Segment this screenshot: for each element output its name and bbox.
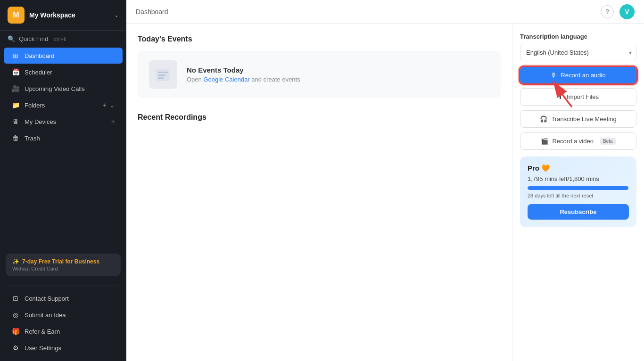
quick-find[interactable]: 🔍 Quick Find ctrl+k xyxy=(0,31,126,47)
no-events-title: No Events Today xyxy=(187,66,302,74)
sidebar-item-trash[interactable]: 🗑 Trash xyxy=(4,130,123,146)
sidebar-item-label: Dashboard xyxy=(25,52,115,59)
devices-icon: 🖥 xyxy=(11,118,20,125)
search-icon: 🔍 xyxy=(8,35,15,42)
sidebar-bottom: ⊡ Contact Support ◎ Submit an Idea 🎁 Ref… xyxy=(0,290,126,361)
workspace-header[interactable]: M My Workspace ⌄ xyxy=(0,0,126,31)
scheduler-icon: 📅 xyxy=(11,68,20,76)
workspace-chevron-icon: ⌄ xyxy=(114,12,119,18)
microphone-icon: 🎙 xyxy=(551,72,557,79)
import-files-button[interactable]: ⬆ Import Files xyxy=(520,88,636,106)
record-audio-label: Record an audio xyxy=(561,72,605,79)
pro-card-title: Pro 🧡 xyxy=(528,164,629,172)
page-title: Dashboard xyxy=(136,8,168,16)
pro-card-mins: 1,795 mins left/1,800 mins xyxy=(528,175,629,182)
today-events-title: Today's Events xyxy=(138,35,501,43)
sidebar-divider xyxy=(8,286,119,286)
help-button[interactable]: ? xyxy=(601,5,614,18)
workspace-avatar: M xyxy=(8,7,25,24)
trial-banner[interactable]: ✨ 7-day Free Trial for Business Without … xyxy=(6,254,121,276)
import-icon: ⬆ xyxy=(558,93,563,100)
devices-actions: + xyxy=(111,118,115,125)
pro-emoji: 🧡 xyxy=(541,164,550,172)
dashboard-icon: ⊞ xyxy=(11,52,20,59)
sidebar-item-upcoming[interactable]: 🎥 Upcoming Video Calls xyxy=(4,81,123,97)
transcribe-live-label: Transcribe Live Meeting xyxy=(551,115,616,123)
sidebar-item-devices[interactable]: 🖥 My Devices + xyxy=(4,114,123,130)
sidebar: M My Workspace ⌄ 🔍 Quick Find ctrl+k ⊞ D… xyxy=(0,0,126,361)
record-audio-wrapper: 🎙 Record an audio xyxy=(520,67,636,83)
sidebar-item-label: Refer & Earn xyxy=(25,328,115,335)
sidebar-item-label: Scheduler xyxy=(25,69,115,76)
today-events-box: No Events Today Open Google Calendar and… xyxy=(138,51,501,98)
folders-chevron-icon[interactable]: ⌄ xyxy=(109,101,115,109)
folders-actions: + ⌄ xyxy=(103,101,115,109)
trial-banner-title: ✨ 7-day Free Trial for Business xyxy=(12,258,114,265)
sidebar-item-scheduler[interactable]: 📅 Scheduler xyxy=(4,64,123,80)
events-illustration xyxy=(149,60,177,89)
refer-earn-icon: 🎁 xyxy=(11,328,20,335)
progress-bar-background xyxy=(528,186,629,190)
live-meeting-icon: 🎧 xyxy=(540,115,547,123)
submit-idea-icon: ◎ xyxy=(11,311,20,319)
beta-badge: Beta xyxy=(600,138,616,145)
transcription-language-label: Transcription language xyxy=(520,33,636,40)
sidebar-item-refer-earn[interactable]: 🎁 Refer & Earn xyxy=(4,323,123,339)
add-folder-icon[interactable]: + xyxy=(103,101,107,109)
user-settings-icon: ⚙ xyxy=(11,344,20,352)
svg-rect-2 xyxy=(158,74,165,76)
record-audio-button[interactable]: 🎙 Record an audio xyxy=(520,67,636,83)
pro-card-reset-text: 28 days left till the next reset xyxy=(528,193,629,198)
folders-icon: 📁 xyxy=(11,101,20,109)
recent-recordings-title: Recent Recordings xyxy=(138,113,501,122)
contact-support-icon: ⊡ xyxy=(11,295,20,302)
sidebar-item-label: Upcoming Video Calls xyxy=(25,85,115,92)
main-area: Dashboard ? V Today's Events No Event xyxy=(126,0,644,361)
trial-banner-subtitle: Without Credit Card xyxy=(12,266,114,271)
sidebar-item-submit-idea[interactable]: ◎ Submit an Idea xyxy=(4,307,123,323)
record-video-label: Record a video xyxy=(552,138,593,145)
video-calls-icon: 🎥 xyxy=(11,85,20,92)
avatar[interactable]: V xyxy=(619,4,635,19)
topbar: Dashboard ? V xyxy=(126,0,644,24)
svg-rect-3 xyxy=(158,77,164,79)
topbar-actions: ? V xyxy=(601,4,635,19)
main-content: Today's Events No Events Today Open Goog… xyxy=(126,24,512,361)
import-files-label: Import Files xyxy=(567,93,599,100)
quick-find-shortcut: ctrl+k xyxy=(54,36,66,42)
sidebar-item-label: Trash xyxy=(25,135,115,142)
language-select-wrapper: English (United States) ▾ xyxy=(520,45,636,60)
language-select[interactable]: English (United States) xyxy=(520,45,636,60)
right-panel: Transcription language English (United S… xyxy=(512,24,644,361)
pro-card: Pro 🧡 1,795 mins left/1,800 mins 28 days… xyxy=(520,156,636,227)
events-text: No Events Today Open Google Calendar and… xyxy=(187,66,302,83)
content-area: Today's Events No Events Today Open Goog… xyxy=(126,24,644,361)
sidebar-item-label: My Devices xyxy=(25,118,107,125)
svg-rect-1 xyxy=(158,72,168,73)
sidebar-item-contact-support[interactable]: ⊡ Contact Support xyxy=(4,290,123,306)
sidebar-item-folders[interactable]: 📁 Folders + ⌄ xyxy=(4,97,123,113)
quick-find-label: Quick Find xyxy=(19,35,48,42)
video-icon: 🎬 xyxy=(541,138,548,145)
sidebar-item-label: Folders xyxy=(25,102,98,109)
sidebar-nav: ⊞ Dashboard 📅 Scheduler 🎥 Upcoming Video… xyxy=(0,47,126,147)
resubscribe-button[interactable]: Resubscribe xyxy=(528,204,629,220)
sparkle-icon: ✨ xyxy=(12,258,19,265)
record-video-button[interactable]: 🎬 Record a video Beta xyxy=(520,132,636,150)
sidebar-item-label: Contact Support xyxy=(25,295,115,302)
trash-icon: 🗑 xyxy=(11,134,20,142)
add-device-icon[interactable]: + xyxy=(111,118,115,125)
no-events-subtitle: Open Google Calendar and create events. xyxy=(187,76,302,83)
sidebar-item-label: User Settings xyxy=(25,345,115,352)
sidebar-item-label: Submit an Idea xyxy=(25,312,115,319)
sidebar-item-dashboard[interactable]: ⊞ Dashboard xyxy=(4,48,123,64)
workspace-name: My Workspace xyxy=(29,11,109,19)
transcribe-live-button[interactable]: 🎧 Transcribe Live Meeting xyxy=(520,110,636,128)
google-calendar-link[interactable]: Google Calendar xyxy=(203,76,249,83)
progress-bar-fill xyxy=(528,186,628,190)
sidebar-item-user-settings[interactable]: ⚙ User Settings xyxy=(4,340,123,356)
